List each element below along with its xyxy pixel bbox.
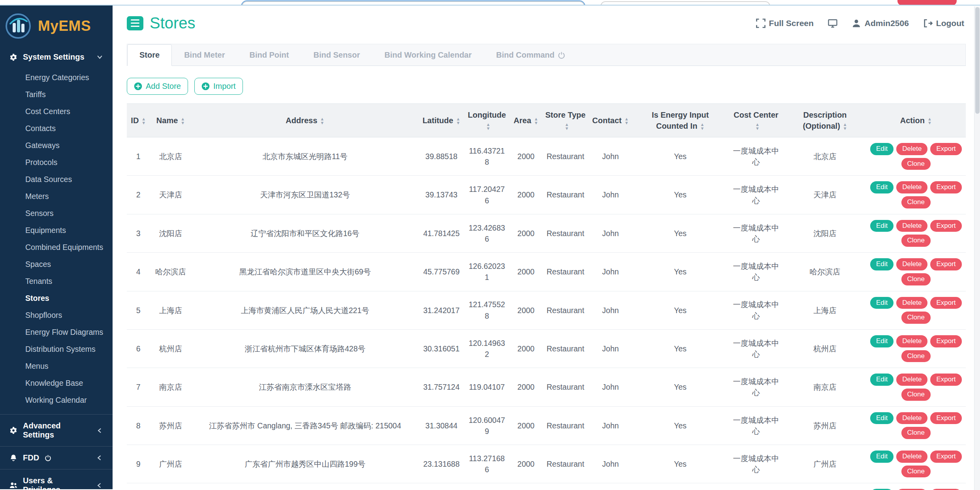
- clone-button[interactable]: Clone: [901, 273, 931, 285]
- fullscreen-button[interactable]: Full Screen: [756, 19, 814, 28]
- sidebar-item-stores[interactable]: Stores: [0, 290, 113, 307]
- column-header-id[interactable]: ID▲▼: [127, 104, 150, 137]
- sidebar-item-knowledge-base[interactable]: Knowledge Base: [0, 375, 113, 392]
- edit-button[interactable]: Edit: [870, 143, 893, 155]
- sidebar-item-tariffs[interactable]: Tariffs: [0, 86, 113, 103]
- sidebar-section-advanced-settings[interactable]: Advanced Settings: [0, 415, 113, 446]
- export-button[interactable]: Export: [930, 335, 961, 347]
- column-header-action[interactable]: Action▲▼: [866, 104, 966, 137]
- sidebar-item-tenants[interactable]: Tenants: [0, 273, 113, 290]
- tab-store[interactable]: Store: [127, 44, 172, 66]
- edit-button[interactable]: Edit: [870, 451, 893, 463]
- clone-button[interactable]: Clone: [901, 235, 931, 247]
- export-button[interactable]: Export: [930, 412, 961, 424]
- user-menu[interactable]: Admin2506: [852, 19, 909, 28]
- sort-icon[interactable]: ▲▼: [927, 117, 932, 125]
- sidebar-section-system-settings[interactable]: System Settings: [0, 46, 113, 68]
- export-button[interactable]: Export: [930, 258, 961, 270]
- add-store-button[interactable]: Add Store: [127, 78, 188, 95]
- delete-button[interactable]: Delete: [896, 412, 927, 424]
- edit-button[interactable]: Edit: [870, 220, 893, 232]
- browser-search-box-partial[interactable]: [600, 1, 770, 6]
- export-button[interactable]: Export: [930, 374, 961, 386]
- edit-button[interactable]: Edit: [870, 412, 893, 424]
- sidebar-item-spaces[interactable]: Spaces: [0, 256, 113, 273]
- sidebar-item-sensors[interactable]: Sensors: [0, 205, 113, 222]
- clone-button[interactable]: Clone: [901, 196, 931, 208]
- sidebar-item-gateways[interactable]: Gateways: [0, 137, 113, 154]
- browser-address-bar-partial[interactable]: [242, 1, 585, 6]
- sort-icon[interactable]: ▲▼: [564, 123, 569, 131]
- sidebar-item-shopfloors[interactable]: Shopfloors: [0, 307, 113, 324]
- sidebar-section-users-privileges[interactable]: Users & Privileges: [0, 469, 113, 489]
- delete-button[interactable]: Delete: [896, 220, 927, 232]
- edit-button[interactable]: Edit: [870, 297, 893, 309]
- sidebar-item-energy-flow-diagrams[interactable]: Energy Flow Diagrams: [0, 324, 113, 341]
- sidebar-item-combined-equipments[interactable]: Combined Equipments: [0, 239, 113, 256]
- sidebar-item-meters[interactable]: Meters: [0, 188, 113, 205]
- sort-icon[interactable]: ▲▼: [320, 117, 324, 125]
- console-button[interactable]: [828, 19, 837, 28]
- delete-button[interactable]: Delete: [896, 143, 927, 155]
- export-button[interactable]: Export: [930, 220, 961, 232]
- sidebar-item-cost-centers[interactable]: Cost Centers: [0, 103, 113, 120]
- sidebar-item-data-sources[interactable]: Data Sources: [0, 171, 113, 188]
- column-header-name[interactable]: Name▲▼: [150, 104, 192, 137]
- column-header-longitude[interactable]: Longitude▲▼: [464, 104, 510, 137]
- clone-button[interactable]: Clone: [901, 350, 931, 362]
- logout-button[interactable]: Logout: [923, 19, 964, 28]
- sidebar-item-contacts[interactable]: Contacts: [0, 120, 113, 137]
- menu-toggle-icon[interactable]: [127, 16, 143, 30]
- column-header-address[interactable]: Address▲▼: [192, 104, 419, 137]
- tab-bind-sensor[interactable]: Bind Sensor: [301, 44, 372, 66]
- sidebar-item-energy-categories[interactable]: Energy Categories: [0, 69, 113, 86]
- delete-button[interactable]: Delete: [896, 374, 927, 386]
- sidebar-item-protocols[interactable]: Protocols: [0, 154, 113, 171]
- brand[interactable]: MyEMS: [0, 6, 113, 46]
- tab-bind-command[interactable]: Bind Command: [484, 44, 577, 66]
- delete-button[interactable]: Delete: [896, 297, 927, 309]
- column-header-store-type[interactable]: Store Type▲▼: [542, 104, 589, 137]
- clone-button[interactable]: Clone: [901, 158, 931, 170]
- sort-icon[interactable]: ▲▼: [700, 123, 704, 131]
- tab-bind-working-calendar[interactable]: Bind Working Calendar: [372, 44, 484, 66]
- sidebar-item-menus[interactable]: Menus: [0, 358, 113, 375]
- sidebar-item-working-calendar[interactable]: Working Calendar: [0, 392, 113, 409]
- column-header-latitude[interactable]: Latitude▲▼: [419, 104, 464, 137]
- edit-button[interactable]: Edit: [870, 335, 893, 347]
- export-button[interactable]: Export: [930, 181, 961, 193]
- sidebar-item-equipments[interactable]: Equipments: [0, 222, 113, 239]
- column-header-is-energy-input-counted-in[interactable]: Is Energy Input Counted In▲▼: [632, 104, 728, 137]
- sort-icon[interactable]: ▲▼: [141, 117, 146, 125]
- sort-icon[interactable]: ▲▼: [181, 117, 185, 125]
- clone-button[interactable]: Clone: [901, 389, 931, 401]
- sort-icon[interactable]: ▲▼: [624, 117, 629, 125]
- edit-button[interactable]: Edit: [870, 374, 893, 386]
- export-button[interactable]: Export: [930, 451, 961, 463]
- sort-icon[interactable]: ▲▼: [486, 123, 491, 131]
- tab-bind-meter[interactable]: Bind Meter: [172, 44, 237, 66]
- sort-icon[interactable]: ▲▼: [456, 117, 460, 125]
- sort-icon[interactable]: ▲▼: [755, 123, 760, 131]
- delete-button[interactable]: Delete: [896, 258, 927, 270]
- import-button[interactable]: Import: [194, 78, 243, 95]
- scrollbar-thumb[interactable]: [975, 7, 980, 114]
- delete-button[interactable]: Delete: [896, 335, 927, 347]
- tab-bind-point[interactable]: Bind Point: [237, 44, 301, 66]
- delete-button[interactable]: Delete: [896, 181, 927, 193]
- page-scrollbar[interactable]: [974, 6, 980, 490]
- edit-button[interactable]: Edit: [870, 181, 893, 193]
- edit-button[interactable]: Edit: [870, 258, 893, 270]
- column-header-contact[interactable]: Contact▲▼: [589, 104, 632, 137]
- column-header-area[interactable]: Area▲▼: [510, 104, 542, 137]
- delete-button[interactable]: Delete: [896, 451, 927, 463]
- sort-icon[interactable]: ▲▼: [534, 117, 538, 125]
- clone-button[interactable]: Clone: [901, 312, 931, 324]
- browser-red-button-partial[interactable]: [897, 0, 957, 6]
- sidebar-item-distribution-systems[interactable]: Distribution Systems: [0, 341, 113, 358]
- sidebar-section-fdd[interactable]: FDD: [0, 447, 113, 469]
- clone-button[interactable]: Clone: [901, 466, 931, 478]
- column-header-cost-center[interactable]: Cost Center▲▼: [728, 104, 784, 137]
- export-button[interactable]: Export: [930, 297, 961, 309]
- export-button[interactable]: Export: [930, 143, 961, 155]
